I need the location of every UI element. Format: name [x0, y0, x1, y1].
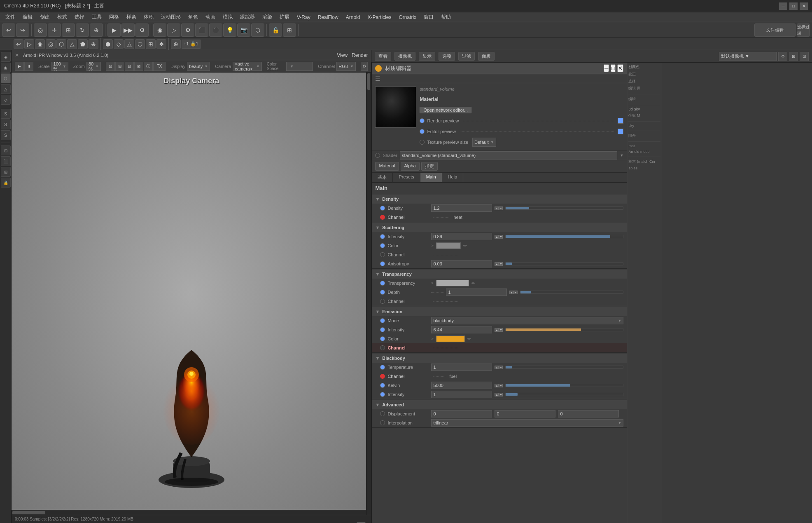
kelvin-slider[interactable]: [505, 384, 623, 387]
tool-2-3[interactable]: ◉: [35, 39, 45, 49]
sidebar-mode-11[interactable]: ⊞: [1, 167, 11, 177]
viewport-scrollbar-h[interactable]: [12, 510, 366, 515]
scattering-channel-radio[interactable]: [380, 252, 385, 257]
menu-simulate[interactable]: 模拟: [219, 13, 236, 21]
sidebar-mode-1[interactable]: ◈: [1, 52, 11, 62]
ipr-fit-btn[interactable]: ⊡: [106, 62, 115, 71]
sphere-btn[interactable]: ⚫: [209, 23, 222, 37]
mat-nav-alpha[interactable]: Alpha: [401, 162, 420, 171]
kelvin-radio[interactable]: [380, 383, 385, 388]
right-edge-sky-item[interactable]: 3d Sky: [628, 107, 660, 111]
viewport-camera-dropdown[interactable]: 默认摄像机 ▼: [719, 52, 777, 61]
scale-btn[interactable]: ⊞: [62, 23, 75, 37]
camera-dropdown[interactable]: <active camera> ▼: [233, 62, 262, 71]
vp-tab-filter[interactable]: 过滤: [458, 52, 475, 61]
blackbody-channel-radio[interactable]: [380, 374, 385, 379]
temperature-value[interactable]: [431, 364, 492, 371]
interpolation-radio[interactable]: [380, 420, 385, 425]
mat-tab-presets[interactable]: Presets: [393, 173, 420, 182]
tool-2-13[interactable]: ⊞: [146, 39, 156, 49]
tool-2-1[interactable]: ↩: [14, 39, 23, 49]
tool-2-5[interactable]: ⬡: [56, 39, 66, 49]
tool-2-12[interactable]: ⬡: [135, 39, 145, 49]
menu-render[interactable]: 渲染: [259, 13, 275, 21]
menu-xparticles[interactable]: X-Particles: [364, 14, 394, 21]
disp-input-3[interactable]: [560, 411, 617, 416]
anisotropy-spin-up[interactable]: ▲: [495, 262, 499, 266]
right-edge-sample[interactable]: 样本 (match Cin: [628, 159, 660, 164]
select-btn[interactable]: ◎: [34, 23, 47, 37]
temperature-spin-up[interactable]: ▲: [495, 366, 499, 369]
scattering-intensity-input[interactable]: [433, 234, 490, 239]
transparency-header[interactable]: ▼ Transparency: [372, 270, 627, 279]
sidebar-mode-3[interactable]: ⬡: [1, 73, 11, 83]
scattering-intensity-radio[interactable]: [380, 234, 385, 239]
snap-btn[interactable]: 🔒: [269, 23, 282, 37]
right-edge-edit2[interactable]: 编辑: [628, 96, 660, 102]
density-channel-radio[interactable]: [380, 215, 385, 220]
move-btn[interactable]: ✛: [48, 23, 61, 37]
mat-close[interactable]: ✕: [617, 64, 623, 72]
kelvin-value[interactable]: [431, 382, 492, 389]
ipr-zoom-btn[interactable]: ⊞: [115, 62, 124, 71]
mat-maximize[interactable]: □: [611, 64, 616, 72]
kelvin-spin-up[interactable]: ▲: [495, 384, 499, 387]
right-edge-correct[interactable]: 校正: [628, 72, 660, 77]
menu-extend[interactable]: 扩展: [276, 13, 293, 21]
temperature-slider[interactable]: [505, 366, 623, 369]
emission-color-radio[interactable]: [380, 336, 385, 341]
obj1-btn[interactable]: ◉: [153, 23, 166, 37]
camera-btn[interactable]: 📷: [237, 23, 250, 37]
depth-spin-down[interactable]: ▼: [513, 291, 518, 294]
shader-radio[interactable]: [375, 153, 380, 158]
emission-color-edit[interactable]: ✏: [467, 336, 471, 342]
menu-tools[interactable]: 工具: [89, 13, 105, 21]
ipr-settings-btn[interactable]: ⚙: [361, 62, 368, 71]
mat-tab-main[interactable]: Main: [420, 173, 442, 182]
sidebar-mode-2[interactable]: ◉: [1, 63, 11, 73]
menu-track[interactable]: 跟踪器: [237, 13, 258, 21]
sidebar-mode-6[interactable]: S: [1, 109, 11, 119]
mat-nav-assign[interactable]: 指定: [421, 162, 438, 171]
maximize-button[interactable]: □: [789, 2, 798, 10]
transparency-channel-radio[interactable]: [380, 299, 385, 304]
transparency-arrow[interactable]: >: [431, 281, 433, 285]
viewport-layout-btn[interactable]: ⊡: [800, 52, 809, 61]
advanced-header[interactable]: ▼ Advanced: [372, 400, 627, 409]
blackbody-header[interactable]: ▼ Blackbody: [372, 354, 627, 363]
render-all-btn[interactable]: ▶▶: [121, 23, 135, 37]
vp-tab-display[interactable]: 显示: [419, 52, 435, 61]
bb-intensity-value[interactable]: [431, 391, 492, 398]
render-preview-check[interactable]: [618, 118, 623, 124]
scattering-color-arrow[interactable]: >: [431, 244, 433, 248]
close-button[interactable]: ✕: [800, 2, 808, 10]
anisotropy-input[interactable]: [433, 261, 490, 266]
mat-hamburger-icon[interactable]: ☰: [375, 75, 380, 82]
menu-vray[interactable]: V-Ray: [294, 14, 314, 21]
sidebar-mode-4[interactable]: △: [1, 84, 11, 94]
tool-2-4[interactable]: ◎: [46, 39, 56, 49]
ipr-close-btn[interactable]: ✕: [15, 52, 19, 58]
emission-color-arrow[interactable]: >: [431, 337, 433, 341]
scattering-color-edit[interactable]: ✏: [463, 243, 467, 249]
mat-tab-help[interactable]: Help: [442, 173, 464, 182]
scattering-spin-up[interactable]: ▲: [495, 235, 499, 239]
mat-tab-basic[interactable]: 基本: [372, 173, 393, 182]
play-btn[interactable]: ▶: [15, 62, 24, 71]
disp-input-2[interactable]: [497, 411, 553, 416]
density-spin-down[interactable]: ▼: [499, 206, 503, 210]
anisotropy-slider[interactable]: [505, 262, 623, 265]
menu-animate[interactable]: 动画: [202, 13, 219, 21]
sidebar-mode-8[interactable]: S: [1, 130, 11, 140]
viewport-settings-btn[interactable]: ⚙: [778, 52, 787, 61]
colorspace-dropdown[interactable]: ▼: [286, 62, 313, 71]
ipr-menu-render[interactable]: Render: [352, 52, 368, 58]
menu-file[interactable]: 文件: [2, 13, 19, 21]
viewport-expand-btn[interactable]: ⊞: [789, 52, 798, 61]
open-network-btn[interactable]: Open network editor...: [420, 107, 471, 113]
undo-btn[interactable]: ↩: [2, 23, 15, 37]
emission-spin-down[interactable]: ▼: [499, 328, 503, 332]
vp-tab-view[interactable]: 查看: [375, 52, 391, 61]
right-edge-closure[interactable]: 闭合: [628, 133, 660, 138]
displacement-value-1[interactable]: [431, 410, 492, 417]
